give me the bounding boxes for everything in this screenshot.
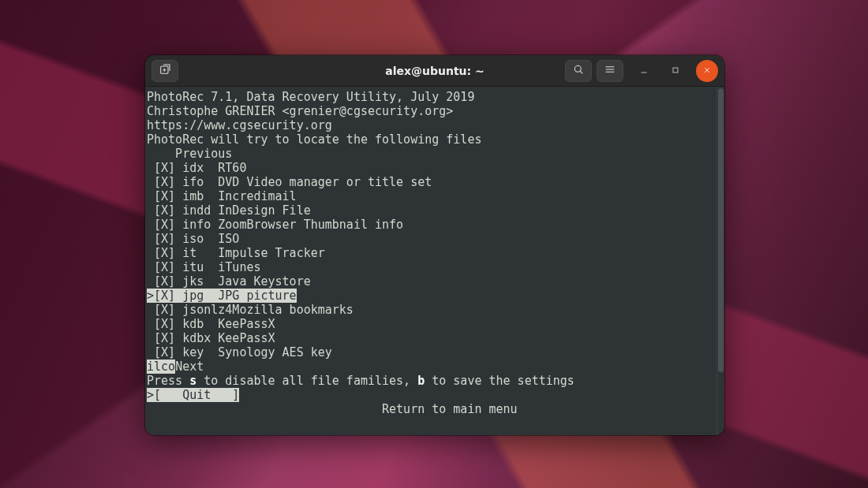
maximize-icon — [671, 63, 680, 78]
minimize-button[interactable] — [633, 60, 655, 82]
new-tab-button[interactable] — [152, 60, 178, 82]
terminal-line: PhotoRec 7.1, Data Recovery Utility, Jul… — [147, 90, 715, 104]
terminal-line: Press s to disable all file families, b … — [147, 374, 715, 388]
terminal-line: [X] indd InDesign File — [147, 203, 715, 218]
terminal-line: PhotoRec will try to locate the followin… — [147, 132, 715, 147]
terminal-line: [X] jks Java Keystore — [147, 274, 715, 289]
terminal-window: alex@ubuntu: ~ Phot — [145, 55, 724, 435]
terminal-line: [X] jsonlz4Mozilla bookmarks — [147, 303, 715, 317]
terminal-line: [X] idx RT60 — [147, 161, 715, 175]
search-icon — [572, 63, 585, 79]
close-icon — [702, 63, 712, 78]
hint-key-b: b — [417, 374, 425, 388]
terminal-line: Christophe GRENIER <grenier@cgsecurity.o… — [147, 104, 715, 118]
hint-key-s: s — [189, 374, 196, 388]
terminal-line: ilcoNext — [147, 359, 715, 374]
close-button[interactable] — [696, 60, 718, 82]
minimize-icon — [639, 63, 649, 78]
titlebar[interactable]: alex@ubuntu: ~ — [145, 55, 724, 87]
quit-button[interactable]: >[ Quit ] — [147, 388, 239, 402]
menu-button[interactable] — [597, 60, 623, 82]
terminal-line: [X] itu iTunes — [147, 260, 715, 274]
hamburger-icon — [604, 63, 616, 79]
terminal-line: >[ Quit ] — [147, 388, 715, 402]
typed-input[interactable]: ilco — [147, 359, 175, 374]
terminal-line: [X] key Synology AES key — [147, 345, 715, 359]
terminal-line: >[X] jpg JPG picture — [147, 289, 715, 303]
terminal-line: [X] ifo DVD Video manager or title set — [147, 175, 715, 189]
svg-point-1 — [574, 65, 581, 72]
terminal-line: [X] kdb KeePassX — [147, 317, 715, 331]
scrollbar[interactable] — [716, 87, 724, 435]
terminal-line: [X] imb Incredimail — [147, 189, 715, 203]
terminal-line: [X] iso ISO — [147, 232, 715, 246]
terminal-line: [X] it Impulse Tracker — [147, 246, 715, 260]
file-type-row-selected[interactable]: >[X] jpg JPG picture — [147, 289, 297, 303]
scrollbar-thumb[interactable] — [718, 88, 724, 372]
new-tab-icon — [159, 63, 171, 79]
search-button[interactable] — [565, 60, 592, 82]
terminal-line: Return to main menu — [147, 402, 715, 416]
svg-rect-2 — [673, 68, 678, 73]
terminal-area[interactable]: PhotoRec 7.1, Data Recovery Utility, Jul… — [145, 87, 724, 435]
terminal-output[interactable]: PhotoRec 7.1, Data Recovery Utility, Jul… — [145, 87, 716, 435]
maximize-button[interactable] — [664, 60, 687, 82]
terminal-line: https://www.cgsecurity.org — [147, 118, 715, 132]
terminal-line: [X] kdbx KeePassX — [147, 331, 715, 345]
terminal-line: Previous — [147, 147, 715, 161]
terminal-line: [X] info ZoomBrowser Thumbnail info — [147, 218, 715, 232]
